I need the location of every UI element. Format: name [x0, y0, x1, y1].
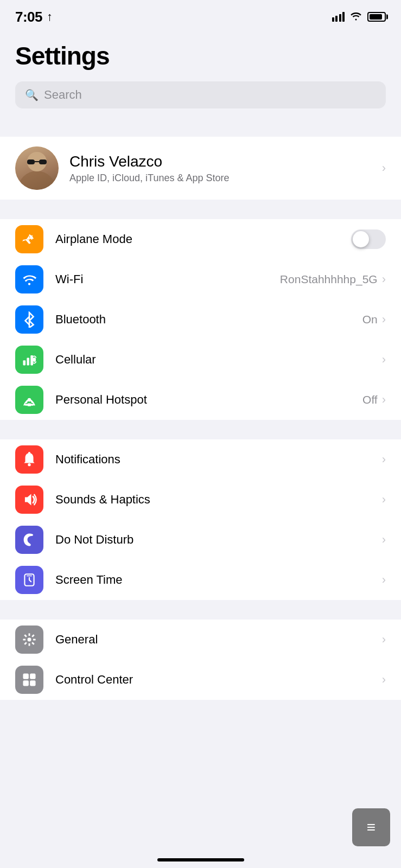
svg-rect-11	[28, 403, 31, 406]
svg-rect-25	[23, 673, 28, 679]
svg-line-22	[32, 642, 34, 644]
wifi-chevron-icon: ›	[382, 272, 386, 286]
bluetooth-value: On	[362, 313, 378, 326]
home-indicator	[157, 858, 244, 861]
svg-rect-28	[30, 680, 35, 686]
sounds-icon	[15, 486, 43, 514]
hotspot-row[interactable]: Personal Hotspot Off ›	[0, 380, 401, 420]
section-gap-1	[0, 117, 401, 137]
svg-rect-3	[39, 159, 47, 164]
status-icons	[332, 11, 386, 23]
hotspot-label: Personal Hotspot	[55, 393, 362, 407]
status-time: 7:05	[15, 9, 42, 25]
notifications-row[interactable]: Notifications ›	[0, 439, 401, 480]
wifi-value: RonStahhhhhp_5G	[280, 273, 378, 286]
sounds-label: Sounds & Haptics	[55, 493, 382, 507]
airplane-mode-toggle[interactable]	[351, 229, 386, 249]
dnd-icon	[15, 526, 43, 554]
control-center-chevron-icon: ›	[382, 673, 386, 687]
control-center-label: Control Center	[55, 673, 382, 687]
connectivity-section: Airplane Mode Wi-Fi RonStahhhhhp_5G › Bl…	[0, 219, 401, 420]
wifi-row[interactable]: Wi-Fi RonStahhhhhp_5G ›	[0, 259, 401, 299]
svg-rect-7	[30, 355, 33, 365]
profile-chevron-icon: ›	[382, 161, 386, 175]
bluetooth-label: Bluetooth	[55, 312, 362, 327]
cellular-label: Cellular	[55, 353, 378, 367]
dnd-row[interactable]: Do Not Disturb ›	[0, 520, 401, 560]
page-header: Settings	[0, 30, 401, 77]
svg-rect-13	[28, 452, 30, 454]
hotspot-chevron-icon: ›	[382, 393, 386, 407]
cellular-chevron-icon: ›	[382, 353, 386, 367]
hotspot-icon	[15, 386, 43, 414]
screen-time-chevron-icon: ›	[382, 573, 386, 587]
location-arrow-icon: ↑	[47, 10, 53, 24]
profile-subtitle: Apple ID, iCloud, iTunes & App Store	[69, 173, 371, 184]
wifi-label: Wi-Fi	[55, 272, 280, 286]
cellular-row[interactable]: Cellular ›	[0, 340, 401, 380]
profile-info: Chris Velazco Apple ID, iCloud, iTunes &…	[69, 153, 371, 184]
control-center-row[interactable]: Control Center ›	[0, 660, 401, 700]
cellular-icon	[15, 346, 43, 374]
signal-icon	[332, 12, 345, 22]
wifi-status-icon	[350, 11, 362, 23]
screen-time-icon	[15, 566, 43, 594]
svg-point-12	[28, 463, 30, 466]
airplane-mode-row[interactable]: Airplane Mode	[0, 219, 401, 259]
general-chevron-icon: ›	[382, 633, 386, 647]
sounds-chevron-icon: ›	[382, 493, 386, 507]
search-placeholder: Search	[44, 88, 82, 102]
search-icon: 🔍	[25, 88, 39, 101]
status-bar: 7:05 ↑	[0, 0, 401, 30]
profile-row[interactable]: Chris Velazco Apple ID, iCloud, iTunes &…	[0, 137, 401, 200]
control-center-icon	[15, 666, 43, 694]
notifications-icon	[15, 445, 43, 474]
general-icon	[15, 626, 43, 654]
hotspot-value: Off	[362, 393, 378, 406]
page-title: Settings	[15, 41, 386, 71]
general-section: General › Control Center ›	[0, 620, 401, 700]
svg-line-24	[24, 642, 26, 644]
bluetooth-chevron-icon: ›	[382, 312, 386, 327]
profile-section: Chris Velazco Apple ID, iCloud, iTunes &…	[0, 137, 401, 200]
general-row[interactable]: General ›	[0, 620, 401, 660]
svg-rect-26	[30, 673, 35, 679]
notifications-section: Notifications › Sounds & Haptics › Do No…	[0, 439, 401, 600]
airplane-mode-icon	[15, 225, 43, 253]
svg-point-16	[28, 638, 31, 642]
battery-icon	[367, 12, 386, 22]
svg-rect-5	[23, 360, 26, 365]
section-gap-2	[0, 200, 401, 219]
dnd-chevron-icon: ›	[382, 533, 386, 547]
profile-name: Chris Velazco	[69, 153, 371, 170]
airplane-mode-label: Airplane Mode	[55, 232, 351, 246]
screen-time-row[interactable]: Screen Time ›	[0, 560, 401, 600]
svg-rect-2	[27, 159, 35, 164]
svg-line-21	[24, 635, 26, 636]
search-bar[interactable]: 🔍 Search	[15, 81, 386, 108]
avatar	[15, 146, 59, 190]
svg-point-8	[33, 358, 36, 362]
bluetooth-icon	[15, 305, 43, 334]
screen-time-label: Screen Time	[55, 573, 382, 587]
svg-rect-6	[27, 358, 29, 366]
wifi-icon	[15, 265, 43, 293]
general-label: General	[55, 633, 382, 647]
notifications-label: Notifications	[55, 452, 382, 467]
svg-point-0	[18, 171, 56, 190]
bottom-spacer	[0, 700, 401, 743]
svg-rect-27	[23, 680, 28, 686]
dnd-label: Do Not Disturb	[55, 533, 382, 547]
section-gap-3	[0, 420, 401, 439]
bluetooth-row[interactable]: Bluetooth On ›	[0, 299, 401, 340]
section-gap-4	[0, 600, 401, 620]
svg-line-23	[32, 635, 34, 636]
watermark: ≡	[352, 808, 390, 846]
notifications-chevron-icon: ›	[382, 452, 386, 467]
sounds-row[interactable]: Sounds & Haptics ›	[0, 480, 401, 520]
search-container: 🔍 Search	[0, 77, 401, 117]
